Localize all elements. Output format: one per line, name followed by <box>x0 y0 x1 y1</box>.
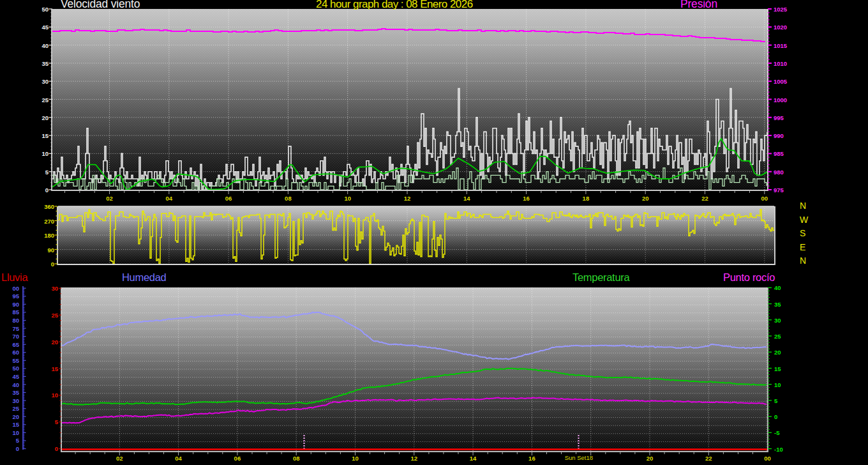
svg-text:25: 25 <box>41 96 49 103</box>
svg-text:5: 5 <box>55 418 59 425</box>
svg-text:1025: 1025 <box>774 6 788 13</box>
svg-text:N: N <box>800 255 806 266</box>
svg-text:20: 20 <box>647 455 654 462</box>
svg-text:5: 5 <box>774 397 778 404</box>
svg-text:02: 02 <box>116 455 123 462</box>
svg-text:10: 10 <box>41 150 49 157</box>
svg-text:35: 35 <box>41 60 49 67</box>
svg-text:12: 12 <box>411 455 418 462</box>
svg-text:35: 35 <box>774 301 781 308</box>
svg-text:270: 270 <box>44 218 54 225</box>
svg-text:06: 06 <box>234 455 241 462</box>
svg-text:0: 0 <box>45 187 49 194</box>
svg-text:20: 20 <box>41 114 49 121</box>
svg-text:85: 85 <box>12 309 19 316</box>
svg-text:08: 08 <box>285 195 292 202</box>
svg-text:20: 20 <box>12 413 19 420</box>
svg-text:60: 60 <box>12 349 19 356</box>
svg-text:180: 180 <box>44 232 54 239</box>
svg-text:30: 30 <box>774 317 781 324</box>
svg-text:00: 00 <box>12 285 19 292</box>
svg-text:W: W <box>800 215 809 225</box>
svg-text:10: 10 <box>12 429 19 436</box>
svg-text:90: 90 <box>12 301 19 308</box>
svg-text:10: 10 <box>774 381 781 388</box>
svg-text:04: 04 <box>175 455 182 462</box>
svg-text:1020: 1020 <box>774 24 787 31</box>
svg-text:10: 10 <box>344 195 351 202</box>
svg-text:02: 02 <box>106 195 113 202</box>
svg-text:30: 30 <box>12 397 19 404</box>
svg-text:45: 45 <box>41 24 49 31</box>
svg-text:1010: 1010 <box>774 60 787 67</box>
svg-text:16: 16 <box>523 195 530 202</box>
svg-text:40: 40 <box>41 42 49 49</box>
svg-text:10: 10 <box>352 455 359 462</box>
svg-text:45: 45 <box>12 373 19 380</box>
svg-text:00: 00 <box>761 195 768 202</box>
svg-text:18: 18 <box>583 195 590 202</box>
svg-text:Velocidad viento: Velocidad viento <box>61 0 140 10</box>
svg-text:14: 14 <box>463 195 470 202</box>
svg-text:30: 30 <box>41 78 49 85</box>
svg-text:Lluvia: Lluvia <box>1 271 28 283</box>
svg-text:1015: 1015 <box>774 42 788 49</box>
svg-text:35: 35 <box>12 389 19 396</box>
svg-text:Sun Set18: Sun Set18 <box>565 454 593 461</box>
svg-text:70: 70 <box>12 333 19 340</box>
svg-text:1005: 1005 <box>774 78 788 85</box>
svg-text:75: 75 <box>12 325 19 332</box>
svg-text:06: 06 <box>225 195 232 202</box>
svg-text:1000: 1000 <box>774 96 787 103</box>
svg-text:5: 5 <box>16 437 20 444</box>
svg-text:15: 15 <box>774 365 781 372</box>
svg-text:40: 40 <box>12 381 19 388</box>
svg-text:0: 0 <box>16 445 19 452</box>
svg-text:40: 40 <box>774 284 781 291</box>
svg-text:15: 15 <box>12 421 19 428</box>
svg-text:08: 08 <box>293 455 300 462</box>
svg-text:90: 90 <box>47 247 54 254</box>
svg-text:65: 65 <box>12 341 19 348</box>
svg-text:14: 14 <box>470 455 477 462</box>
svg-text:50: 50 <box>12 365 19 372</box>
svg-text:15: 15 <box>51 365 58 372</box>
svg-text:00: 00 <box>764 455 771 462</box>
svg-text:E: E <box>800 242 805 252</box>
svg-text:80: 80 <box>12 317 19 324</box>
svg-text:Presión: Presión <box>680 0 717 10</box>
svg-text:N: N <box>800 201 806 211</box>
svg-text:980: 980 <box>774 169 784 176</box>
svg-text:12: 12 <box>404 195 411 202</box>
svg-text:995: 995 <box>774 114 784 121</box>
svg-text:Punto rocío: Punto rocío <box>723 271 775 283</box>
svg-text:24 hour graph day : 08 Enero 2: 24 hour graph day : 08 Enero 2026 <box>316 0 473 10</box>
svg-text:25: 25 <box>774 333 781 340</box>
svg-text:16: 16 <box>528 455 535 462</box>
svg-text:04: 04 <box>166 195 173 202</box>
svg-text:55: 55 <box>12 357 19 364</box>
svg-text:0: 0 <box>55 445 58 452</box>
svg-text:15: 15 <box>41 132 49 139</box>
svg-text:30: 30 <box>51 285 58 292</box>
svg-text:10: 10 <box>51 392 58 399</box>
svg-text:20: 20 <box>774 349 781 356</box>
svg-text:990: 990 <box>774 132 784 139</box>
svg-text:360: 360 <box>44 203 54 210</box>
svg-text:22: 22 <box>701 195 708 202</box>
svg-text:S: S <box>800 228 805 238</box>
svg-text:25: 25 <box>51 312 58 319</box>
svg-text:0: 0 <box>774 413 777 420</box>
svg-text:-5: -5 <box>774 429 780 436</box>
svg-text:20: 20 <box>642 195 649 202</box>
svg-text:95: 95 <box>12 293 19 300</box>
svg-text:975: 975 <box>774 187 784 194</box>
svg-text:Temperatura: Temperatura <box>572 271 630 283</box>
svg-text:985: 985 <box>774 150 784 157</box>
svg-text:50: 50 <box>41 6 49 13</box>
svg-text:-10: -10 <box>774 446 783 453</box>
svg-text:Humedad: Humedad <box>122 271 167 283</box>
svg-text:20: 20 <box>51 339 58 346</box>
svg-text:5: 5 <box>45 169 49 176</box>
svg-text:22: 22 <box>705 455 712 462</box>
